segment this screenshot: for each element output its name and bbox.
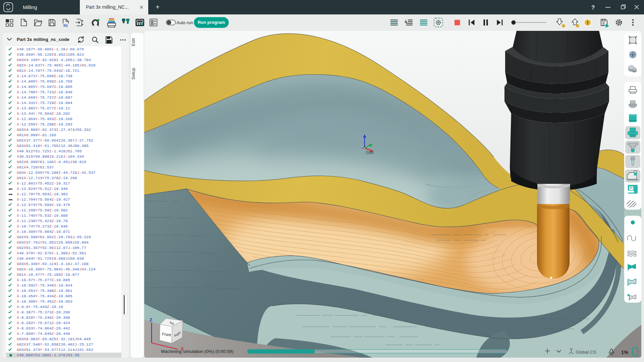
svg-text:+: + (156, 3, 160, 11)
svg-text:1%: 1% (621, 350, 628, 355)
svg-text:?: ? (591, 4, 595, 11)
svg-text:N1: N1 (63, 23, 68, 28)
svg-text:Milling: Milling (23, 4, 37, 10)
svg-text:!: ! (587, 20, 589, 25)
svg-text:G54: G54 (366, 150, 374, 155)
svg-text:Z: Z (150, 317, 152, 322)
svg-text:Global CS: Global CS (576, 350, 596, 355)
